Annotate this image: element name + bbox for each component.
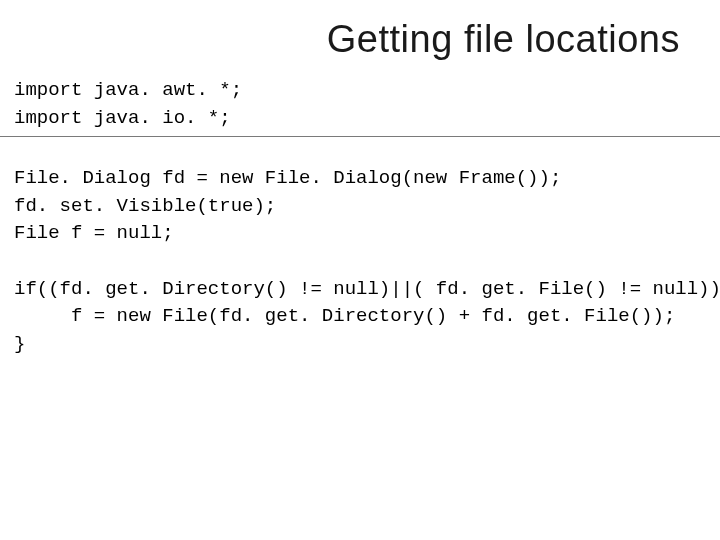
divider: [0, 136, 720, 137]
code-line: f = new File(fd. get. Directory() + fd. …: [14, 305, 675, 327]
code-line: import java. io. *;: [14, 107, 231, 129]
code-line: File. Dialog fd = new File. Dialog(new F…: [14, 167, 561, 189]
slide: Getting file locations import java. awt.…: [0, 0, 720, 540]
slide-title: Getting file locations: [0, 0, 720, 73]
code-line: File f = null;: [14, 222, 174, 244]
code-line: }: [14, 333, 25, 355]
code-imports: import java. awt. *; import java. io. *;: [0, 77, 720, 132]
code-line: import java. awt. *;: [14, 79, 242, 101]
code-filedialog: File. Dialog fd = new File. Dialog(new F…: [0, 165, 720, 248]
code-line: if((fd. get. Directory() != null)||( fd.…: [14, 278, 720, 300]
code-if-block: if((fd. get. Directory() != null)||( fd.…: [0, 276, 720, 359]
code-line: fd. set. Visible(true);: [14, 195, 276, 217]
